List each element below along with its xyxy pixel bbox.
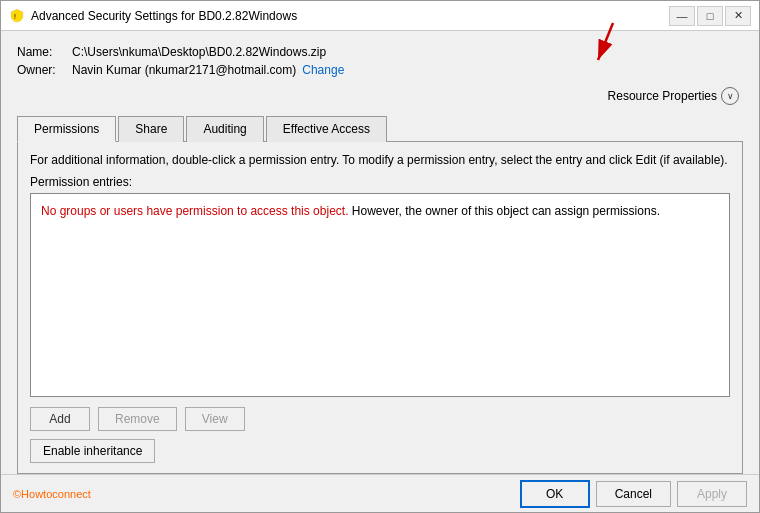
entries-warning-text: No groups or users have permission to ac… (41, 204, 348, 218)
cancel-button[interactable]: Cancel (596, 481, 671, 507)
permissions-panel: For additional information, double-click… (17, 142, 743, 474)
resource-properties-label: Resource Properties (608, 89, 717, 103)
change-link[interactable]: Change (302, 63, 344, 77)
tabs-section: Permissions Share Auditing Effective Acc… (17, 115, 743, 474)
svg-text:!: ! (14, 13, 16, 20)
title-controls: — □ ✕ (669, 6, 751, 26)
enable-inheritance-row: Enable inheritance (30, 439, 730, 463)
tab-share[interactable]: Share (118, 116, 184, 142)
dialog-buttons: OK Cancel Apply (520, 480, 747, 508)
title-bar: ! Advanced Security Settings for BD0.2.8… (1, 1, 759, 31)
add-button[interactable]: Add (30, 407, 90, 431)
bottom-bar: ©Howtoconnect OK Cancel Apply (1, 474, 759, 512)
tab-permissions[interactable]: Permissions (17, 116, 116, 142)
copyright-text: ©Howtoconnect (13, 488, 91, 500)
remove-button[interactable]: Remove (98, 407, 177, 431)
name-value: C:\Users\nkuma\Desktop\BD0.2.82Windows.z… (72, 45, 326, 59)
minimize-button[interactable]: — (669, 6, 695, 26)
tabs-bar: Permissions Share Auditing Effective Acc… (17, 115, 743, 142)
entries-box: No groups or users have permission to ac… (30, 193, 730, 397)
resource-properties-button[interactable]: Resource Properties ∨ (604, 85, 743, 107)
content-area: Name: C:\Users\nkuma\Desktop\BD0.2.82Win… (1, 31, 759, 474)
apply-button[interactable]: Apply (677, 481, 747, 507)
entries-message: No groups or users have permission to ac… (41, 204, 660, 218)
entries-normal-text: However, the owner of this object can as… (348, 204, 659, 218)
enable-inheritance-button[interactable]: Enable inheritance (30, 439, 155, 463)
view-button[interactable]: View (185, 407, 245, 431)
name-label: Name: (17, 45, 72, 59)
action-buttons: Add Remove View (30, 407, 730, 431)
owner-value: Navin Kumar (nkumar2171@hotmail.com) (72, 63, 296, 77)
tab-effective-access[interactable]: Effective Access (266, 116, 387, 142)
name-row: Name: C:\Users\nkuma\Desktop\BD0.2.82Win… (17, 45, 743, 59)
window-title: Advanced Security Settings for BD0.2.82W… (31, 9, 297, 23)
maximize-button[interactable]: □ (697, 6, 723, 26)
main-window: ! Advanced Security Settings for BD0.2.8… (0, 0, 760, 513)
title-bar-left: ! Advanced Security Settings for BD0.2.8… (9, 8, 297, 24)
owner-label: Owner: (17, 63, 72, 77)
ok-button[interactable]: OK (520, 480, 590, 508)
info-text: For additional information, double-click… (30, 152, 730, 169)
resource-properties-row: Resource Properties ∨ (17, 85, 743, 107)
tab-auditing[interactable]: Auditing (186, 116, 263, 142)
owner-row: Owner: Navin Kumar (nkumar2171@hotmail.c… (17, 63, 743, 77)
chevron-down-icon: ∨ (721, 87, 739, 105)
shield-icon: ! (9, 8, 25, 24)
close-button[interactable]: ✕ (725, 6, 751, 26)
permission-entries-label: Permission entries: (30, 175, 730, 189)
